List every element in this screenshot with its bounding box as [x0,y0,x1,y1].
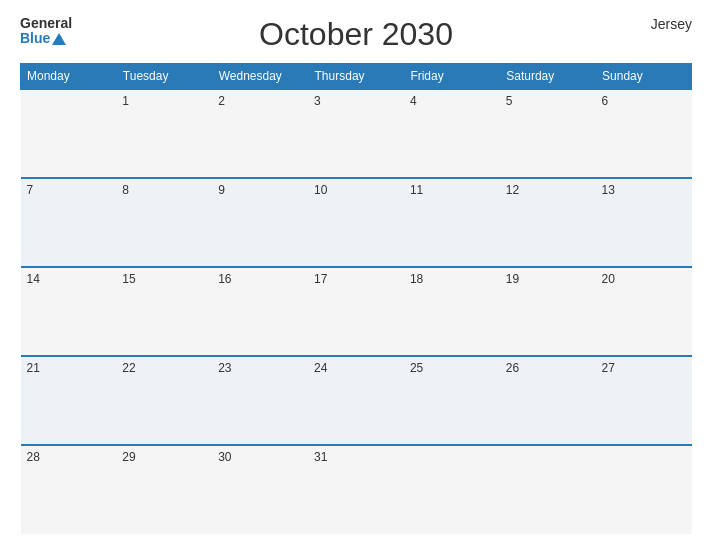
calendar-day-cell: 21 [21,356,117,445]
calendar-day-cell: 24 [308,356,404,445]
day-number: 7 [27,183,34,197]
calendar-week-row: 21222324252627 [21,356,692,445]
logo-triangle-icon [52,33,66,45]
calendar-day-cell: 5 [500,89,596,178]
calendar-day-cell: 20 [596,267,692,356]
calendar-day-cell [500,445,596,534]
day-number: 14 [27,272,40,286]
day-number: 20 [602,272,615,286]
calendar-week-row: 123456 [21,89,692,178]
day-number: 29 [122,450,135,464]
calendar-header-row: Monday Tuesday Wednesday Thursday Friday… [21,64,692,90]
logo-blue-text: Blue [20,31,72,46]
day-number: 28 [27,450,40,464]
col-sunday: Sunday [596,64,692,90]
calendar-day-cell: 30 [212,445,308,534]
calendar-day-cell: 12 [500,178,596,267]
month-title: October 2030 [259,16,453,53]
day-number: 15 [122,272,135,286]
day-number: 3 [314,94,321,108]
calendar-body: 1234567891011121314151617181920212223242… [21,89,692,534]
day-number: 6 [602,94,609,108]
calendar-header: General Blue October 2030 Jersey [20,16,692,53]
day-number: 23 [218,361,231,375]
calendar-day-cell: 1 [116,89,212,178]
day-number: 10 [314,183,327,197]
calendar-day-cell: 31 [308,445,404,534]
calendar-day-cell: 16 [212,267,308,356]
calendar-day-cell: 2 [212,89,308,178]
calendar-day-cell: 13 [596,178,692,267]
days-of-week-row: Monday Tuesday Wednesday Thursday Friday… [21,64,692,90]
calendar-table: Monday Tuesday Wednesday Thursday Friday… [20,63,692,534]
calendar-day-cell: 8 [116,178,212,267]
logo-general-text: General [20,16,72,31]
day-number: 17 [314,272,327,286]
calendar-day-cell: 6 [596,89,692,178]
calendar-day-cell: 10 [308,178,404,267]
calendar-day-cell: 27 [596,356,692,445]
calendar-week-row: 14151617181920 [21,267,692,356]
day-number: 30 [218,450,231,464]
calendar-day-cell: 19 [500,267,596,356]
calendar-day-cell: 23 [212,356,308,445]
day-number: 21 [27,361,40,375]
day-number: 13 [602,183,615,197]
day-number: 2 [218,94,225,108]
day-number: 22 [122,361,135,375]
day-number: 27 [602,361,615,375]
calendar-day-cell: 26 [500,356,596,445]
calendar-week-row: 28293031 [21,445,692,534]
day-number: 9 [218,183,225,197]
calendar-day-cell: 9 [212,178,308,267]
calendar-day-cell: 11 [404,178,500,267]
logo: General Blue [20,16,72,47]
calendar-week-row: 78910111213 [21,178,692,267]
calendar-day-cell: 22 [116,356,212,445]
day-number: 5 [506,94,513,108]
day-number: 19 [506,272,519,286]
calendar-day-cell: 25 [404,356,500,445]
calendar-day-cell [21,89,117,178]
day-number: 12 [506,183,519,197]
day-number: 8 [122,183,129,197]
day-number: 25 [410,361,423,375]
calendar-day-cell: 29 [116,445,212,534]
day-number: 4 [410,94,417,108]
day-number: 1 [122,94,129,108]
day-number: 18 [410,272,423,286]
calendar-day-cell: 28 [21,445,117,534]
calendar-day-cell: 7 [21,178,117,267]
day-number: 16 [218,272,231,286]
region-label: Jersey [651,16,692,32]
calendar-day-cell: 4 [404,89,500,178]
col-tuesday: Tuesday [116,64,212,90]
day-number: 31 [314,450,327,464]
calendar-day-cell: 18 [404,267,500,356]
day-number: 11 [410,183,423,197]
calendar-day-cell [404,445,500,534]
calendar-day-cell: 14 [21,267,117,356]
col-wednesday: Wednesday [212,64,308,90]
day-number: 24 [314,361,327,375]
col-saturday: Saturday [500,64,596,90]
col-thursday: Thursday [308,64,404,90]
calendar-day-cell [596,445,692,534]
calendar-day-cell: 15 [116,267,212,356]
col-monday: Monday [21,64,117,90]
calendar-day-cell: 17 [308,267,404,356]
day-number: 26 [506,361,519,375]
calendar-day-cell: 3 [308,89,404,178]
col-friday: Friday [404,64,500,90]
